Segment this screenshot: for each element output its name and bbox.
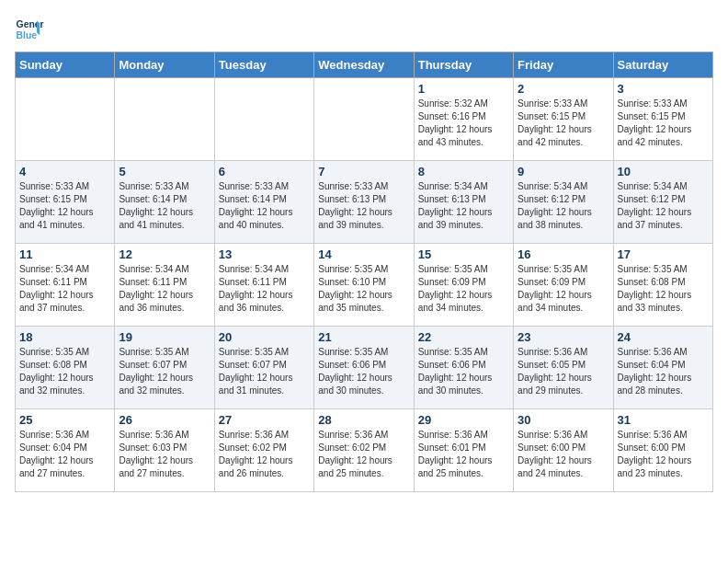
day-number: 26: [119, 413, 210, 427]
day-info: Sunrise: 5:34 AM Sunset: 6:12 PM Dayligh…: [518, 180, 609, 232]
day-info: Sunrise: 5:35 AM Sunset: 6:09 PM Dayligh…: [418, 263, 509, 315]
calendar-cell: 4Sunrise: 5:33 AM Sunset: 6:15 PM Daylig…: [16, 161, 115, 244]
header: General Blue: [15, 15, 713, 44]
calendar-cell: 15Sunrise: 5:35 AM Sunset: 6:09 PM Dayli…: [414, 244, 513, 327]
day-number: 25: [19, 413, 110, 427]
calendar-cell: 9Sunrise: 5:34 AM Sunset: 6:12 PM Daylig…: [514, 161, 613, 244]
day-number: 22: [418, 330, 509, 344]
svg-text:Blue: Blue: [17, 30, 38, 40]
day-number: 4: [19, 165, 110, 178]
day-info: Sunrise: 5:33 AM Sunset: 6:13 PM Dayligh…: [318, 180, 409, 232]
day-number: 24: [618, 330, 709, 344]
calendar-cell: 13Sunrise: 5:34 AM Sunset: 6:11 PM Dayli…: [214, 244, 313, 327]
calendar-cell: 28Sunrise: 5:36 AM Sunset: 6:02 PM Dayli…: [314, 409, 414, 492]
calendar-cell: 3Sunrise: 5:33 AM Sunset: 6:15 PM Daylig…: [613, 78, 712, 161]
weekday-header-row: SundayMondayTuesdayWednesdayThursdayFrid…: [16, 52, 713, 78]
calendar-cell: 1Sunrise: 5:32 AM Sunset: 6:16 PM Daylig…: [414, 78, 513, 161]
day-number: 30: [518, 413, 609, 427]
weekday-header-saturday: Saturday: [613, 52, 712, 78]
logo-icon: General Blue: [15, 15, 44, 44]
calendar-cell: 11Sunrise: 5:34 AM Sunset: 6:11 PM Dayli…: [16, 244, 115, 327]
week-row-1: 1Sunrise: 5:32 AM Sunset: 6:16 PM Daylig…: [16, 78, 713, 161]
calendar-cell: 20Sunrise: 5:35 AM Sunset: 6:07 PM Dayli…: [214, 327, 313, 409]
calendar-cell: 25Sunrise: 5:36 AM Sunset: 6:04 PM Dayli…: [16, 409, 115, 492]
day-info: Sunrise: 5:34 AM Sunset: 6:13 PM Dayligh…: [418, 180, 509, 232]
day-info: Sunrise: 5:36 AM Sunset: 6:00 PM Dayligh…: [618, 429, 709, 480]
day-number: 20: [219, 330, 310, 344]
day-number: 17: [618, 247, 709, 261]
calendar-cell: 30Sunrise: 5:36 AM Sunset: 6:00 PM Dayli…: [514, 409, 613, 492]
day-number: 29: [418, 413, 509, 427]
day-info: Sunrise: 5:35 AM Sunset: 6:10 PM Dayligh…: [318, 263, 409, 315]
week-row-5: 25Sunrise: 5:36 AM Sunset: 6:04 PM Dayli…: [16, 409, 713, 492]
calendar-cell: 27Sunrise: 5:36 AM Sunset: 6:02 PM Dayli…: [214, 409, 313, 492]
calendar-cell: 6Sunrise: 5:33 AM Sunset: 6:14 PM Daylig…: [214, 161, 313, 244]
day-info: Sunrise: 5:35 AM Sunset: 6:07 PM Dayligh…: [219, 346, 310, 397]
calendar-cell: 23Sunrise: 5:36 AM Sunset: 6:05 PM Dayli…: [514, 327, 613, 409]
day-number: 11: [19, 247, 110, 261]
calendar-cell: [314, 78, 414, 161]
day-info: Sunrise: 5:36 AM Sunset: 6:05 PM Dayligh…: [518, 346, 609, 397]
weekday-header-monday: Monday: [115, 52, 214, 78]
calendar-cell: 16Sunrise: 5:35 AM Sunset: 6:09 PM Dayli…: [514, 244, 613, 327]
calendar-cell: 21Sunrise: 5:35 AM Sunset: 6:06 PM Dayli…: [314, 327, 414, 409]
week-row-2: 4Sunrise: 5:33 AM Sunset: 6:15 PM Daylig…: [16, 161, 713, 244]
day-number: 13: [219, 247, 310, 261]
day-number: 12: [119, 247, 210, 261]
day-number: 5: [119, 165, 210, 178]
day-info: Sunrise: 5:33 AM Sunset: 6:14 PM Dayligh…: [219, 180, 310, 232]
calendar-cell: 2Sunrise: 5:33 AM Sunset: 6:15 PM Daylig…: [514, 78, 613, 161]
week-row-3: 11Sunrise: 5:34 AM Sunset: 6:11 PM Dayli…: [16, 244, 713, 327]
day-number: 27: [219, 413, 310, 427]
day-number: 21: [318, 330, 409, 344]
day-number: 8: [418, 165, 509, 178]
day-number: 7: [318, 165, 409, 178]
week-row-4: 18Sunrise: 5:35 AM Sunset: 6:08 PM Dayli…: [16, 327, 713, 409]
day-info: Sunrise: 5:33 AM Sunset: 6:15 PM Dayligh…: [19, 180, 110, 232]
calendar-cell: 31Sunrise: 5:36 AM Sunset: 6:00 PM Dayli…: [613, 409, 712, 492]
day-info: Sunrise: 5:35 AM Sunset: 6:07 PM Dayligh…: [119, 346, 210, 397]
day-number: 15: [418, 247, 509, 261]
weekday-header-thursday: Thursday: [414, 52, 513, 78]
day-info: Sunrise: 5:36 AM Sunset: 6:03 PM Dayligh…: [119, 429, 210, 480]
day-number: 18: [19, 330, 110, 344]
calendar-cell: 29Sunrise: 5:36 AM Sunset: 6:01 PM Dayli…: [414, 409, 513, 492]
calendar-cell: [16, 78, 115, 161]
day-info: Sunrise: 5:36 AM Sunset: 6:04 PM Dayligh…: [618, 346, 709, 397]
day-info: Sunrise: 5:36 AM Sunset: 6:01 PM Dayligh…: [418, 429, 509, 480]
day-number: 2: [518, 82, 609, 96]
day-number: 3: [618, 82, 709, 96]
calendar-cell: 14Sunrise: 5:35 AM Sunset: 6:10 PM Dayli…: [314, 244, 414, 327]
day-info: Sunrise: 5:35 AM Sunset: 6:09 PM Dayligh…: [518, 263, 609, 315]
weekday-header-sunday: Sunday: [16, 52, 115, 78]
day-info: Sunrise: 5:35 AM Sunset: 6:06 PM Dayligh…: [418, 346, 509, 397]
day-info: Sunrise: 5:34 AM Sunset: 6:11 PM Dayligh…: [19, 263, 110, 315]
calendar-cell: 19Sunrise: 5:35 AM Sunset: 6:07 PM Dayli…: [115, 327, 214, 409]
day-number: 19: [119, 330, 210, 344]
calendar-cell: 7Sunrise: 5:33 AM Sunset: 6:13 PM Daylig…: [314, 161, 414, 244]
day-info: Sunrise: 5:36 AM Sunset: 6:04 PM Dayligh…: [19, 429, 110, 480]
calendar-cell: 17Sunrise: 5:35 AM Sunset: 6:08 PM Dayli…: [613, 244, 712, 327]
calendar-cell: 10Sunrise: 5:34 AM Sunset: 6:12 PM Dayli…: [613, 161, 712, 244]
svg-text:General: General: [17, 19, 44, 29]
day-number: 10: [618, 165, 709, 178]
day-number: 9: [518, 165, 609, 178]
day-info: Sunrise: 5:34 AM Sunset: 6:12 PM Dayligh…: [618, 180, 709, 232]
calendar-cell: [115, 78, 214, 161]
day-info: Sunrise: 5:32 AM Sunset: 6:16 PM Dayligh…: [418, 98, 509, 149]
day-info: Sunrise: 5:33 AM Sunset: 6:14 PM Dayligh…: [119, 180, 210, 232]
day-number: 23: [518, 330, 609, 344]
day-number: 1: [418, 82, 509, 96]
calendar-cell: 18Sunrise: 5:35 AM Sunset: 6:08 PM Dayli…: [16, 327, 115, 409]
calendar-cell: 12Sunrise: 5:34 AM Sunset: 6:11 PM Dayli…: [115, 244, 214, 327]
day-number: 28: [318, 413, 409, 427]
day-info: Sunrise: 5:34 AM Sunset: 6:11 PM Dayligh…: [119, 263, 210, 315]
day-info: Sunrise: 5:34 AM Sunset: 6:11 PM Dayligh…: [219, 263, 310, 315]
calendar-cell: 26Sunrise: 5:36 AM Sunset: 6:03 PM Dayli…: [115, 409, 214, 492]
day-number: 31: [618, 413, 709, 427]
day-info: Sunrise: 5:33 AM Sunset: 6:15 PM Dayligh…: [618, 98, 709, 149]
day-info: Sunrise: 5:35 AM Sunset: 6:08 PM Dayligh…: [19, 346, 110, 397]
calendar-cell: 5Sunrise: 5:33 AM Sunset: 6:14 PM Daylig…: [115, 161, 214, 244]
day-info: Sunrise: 5:35 AM Sunset: 6:08 PM Dayligh…: [618, 263, 709, 315]
calendar-cell: 22Sunrise: 5:35 AM Sunset: 6:06 PM Dayli…: [414, 327, 513, 409]
